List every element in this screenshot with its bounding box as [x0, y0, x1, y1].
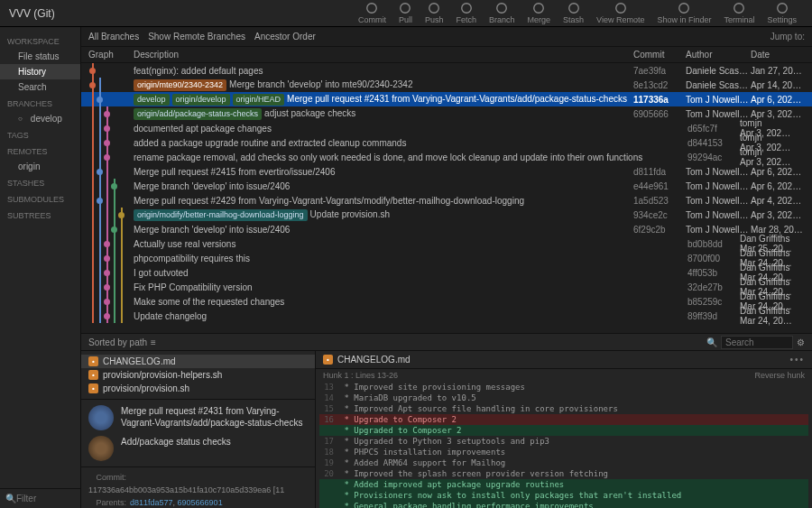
search-input[interactable] — [721, 336, 793, 349]
commit-sha: 7ae39fa — [633, 66, 686, 76]
branch-tag[interactable]: origin/HEAD — [233, 94, 285, 106]
commit-row[interactable]: Make some of the requested changesb85259… — [81, 294, 812, 309]
commit-description: rename package removal, add checks so on… — [134, 152, 687, 162]
pull-button[interactable]: Pull — [399, 2, 412, 24]
commit-row[interactable]: Merge branch 'develop' into issue/2406e4… — [81, 179, 812, 193]
col-description[interactable]: Description — [134, 50, 633, 60]
commit-author: Tom J Nowell <... — [686, 109, 751, 119]
commit-row[interactable]: origin/mte90/2340-2342Merge branch 'deve… — [81, 78, 812, 92]
diff-line[interactable]: 16 * Upgrade to Composer 2 — [319, 414, 808, 425]
diff-line[interactable]: 19 * Added ARM64 support for Mailhog — [319, 457, 808, 468]
commit-row[interactable]: feat(nginx): added default pages7ae39faD… — [81, 63, 812, 78]
commit-list[interactable]: feat(nginx): added default pages7ae39faD… — [81, 63, 812, 333]
commit-row[interactable]: developorigin/developorigin/HEADMerge pu… — [81, 92, 812, 106]
branch-tag[interactable]: origin/modify/better-mailhog-download-lo… — [134, 209, 308, 221]
sidebar-item-history[interactable]: History — [0, 64, 80, 79]
commit-row[interactable]: I got outvoted4ff053bDan Griffiths Mar 2… — [81, 265, 812, 280]
svg-point-9 — [734, 4, 744, 14]
avatar — [88, 405, 114, 430]
branch-tag[interactable]: develop — [134, 94, 170, 106]
commit-description: phpcompatibility requires this — [134, 254, 687, 263]
col-date[interactable]: Date — [751, 50, 805, 60]
diff-line[interactable]: * General package handling performance i… — [319, 501, 808, 508]
jump-to-label[interactable]: Jump to: — [770, 32, 805, 42]
reverse-hunk-button[interactable]: Reverse hunk — [754, 371, 805, 380]
branch-filter-bar: All Branches Show Remote Branches Ancest… — [81, 27, 812, 47]
file-item[interactable]: •provision/provision-helpers.sh — [81, 368, 315, 382]
commit-row[interactable]: Update changelog89ff39dDan Griffiths Mar… — [81, 309, 812, 323]
sidebar-item-search[interactable]: Search — [0, 79, 80, 95]
sidebar-item-file-status[interactable]: File status — [0, 49, 80, 64]
stashes-header[interactable]: STASHES — [0, 174, 80, 190]
branch-button[interactable]: Branch — [489, 2, 515, 24]
toolbar: VVV (Git) CommitPullPushFetchBranchMerge… — [0, 0, 812, 27]
diff-body[interactable]: 13 * Improved site provisioning messages… — [316, 382, 812, 508]
commit-description: Actually use real versions — [134, 239, 687, 249]
commit-row[interactable]: origin/modify/better-mailhog-download-lo… — [81, 208, 812, 222]
ancestor-order-dropdown[interactable]: Ancestor Order — [254, 32, 316, 42]
tags-header[interactable]: TAGS — [0, 126, 80, 143]
commit-description: origin/add/package-status-checksadjust p… — [134, 108, 633, 120]
commit-sha: 117336a64bb003a953a15b41fa10c710a5d339ea… — [88, 485, 284, 494]
settings-button[interactable]: Settings — [767, 2, 797, 24]
commit-row[interactable]: Merge pull request #2415 from evertiro/i… — [81, 164, 812, 179]
filter-input[interactable] — [16, 494, 75, 503]
commit-sha: 6905666 — [633, 109, 686, 119]
sort-label[interactable]: Sorted by path — [88, 337, 147, 347]
subtrees-header[interactable]: SUBTREES — [0, 207, 80, 223]
show-remote-toggle[interactable]: Show Remote Branches — [148, 32, 245, 42]
diff-line[interactable]: 20 * Improved the splash screen provider… — [319, 468, 808, 479]
commit-row[interactable]: added a package upgrade routine and extr… — [81, 135, 812, 150]
diff-line[interactable]: * Upgraded to Composer 2 — [319, 425, 808, 436]
col-commit[interactable]: Commit — [633, 50, 686, 60]
filter-bar: 🔍 — [0, 488, 80, 508]
svg-point-4 — [497, 4, 507, 14]
show-finder-button[interactable]: Show in Finder — [657, 2, 711, 24]
commit-row[interactable]: phpcompatibility requires this8700f00Dan… — [81, 251, 812, 265]
diff-options-icon[interactable]: ••• — [789, 355, 805, 365]
diff-line[interactable]: 17 * Upgraded to Python 3 setuptools and… — [319, 436, 808, 447]
diff-line[interactable]: 13 * Improved site provisioning messages — [319, 382, 808, 393]
commit-sha: 117336a — [633, 95, 686, 105]
branch-tag[interactable]: origin/mte90/2340-2342 — [134, 79, 226, 91]
commit-button[interactable]: Commit — [358, 2, 386, 24]
file-item[interactable]: •provision/provision.sh — [81, 382, 315, 395]
commit-row[interactable]: Merge pull request #2429 from Varying-Va… — [81, 193, 812, 208]
commit-date: Apr 3, 2021 at ... — [751, 109, 805, 119]
submodules-header[interactable]: SUBMODULES — [0, 190, 80, 207]
file-modified-icon: • — [88, 383, 98, 393]
col-author[interactable]: Author — [686, 50, 751, 60]
diff-line[interactable]: 15 * Improved Apt source file handling i… — [319, 403, 808, 414]
svg-point-6 — [568, 4, 578, 14]
col-graph[interactable]: Graph — [88, 50, 134, 60]
settings-icon[interactable]: ⚙ — [797, 337, 805, 347]
commit-row[interactable]: Fix PHP Compatibility version32de27bDan … — [81, 280, 812, 294]
sidebar-remote-origin[interactable]: origin — [0, 159, 80, 174]
branch-tag[interactable]: origin/develop — [172, 94, 230, 106]
all-branches-dropdown[interactable]: All Branches — [88, 32, 139, 42]
file-item[interactable]: •CHANGELOG.md — [81, 355, 315, 368]
push-button[interactable]: Push — [425, 2, 444, 24]
view-remote-button[interactable]: View Remote — [596, 2, 644, 24]
diff-line[interactable]: * Provisioners now ask to install only p… — [319, 490, 808, 501]
diff-line[interactable]: 18 * PHPCS installation improvements — [319, 447, 808, 457]
branch-tag[interactable]: origin/add/package-status-checks — [134, 108, 262, 120]
sort-menu-icon[interactable]: ≡ — [151, 337, 156, 347]
diff-line[interactable]: 14 * MariaDB upgraded to v10.5 — [319, 393, 808, 403]
commit-row[interactable]: Actually use real versionsbd0b8ddDan Gri… — [81, 236, 812, 251]
branches-header[interactable]: BRANCHES — [0, 95, 80, 111]
parent-link[interactable]: d811fda577 — [130, 498, 173, 507]
fetch-button[interactable]: Fetch — [456, 2, 476, 24]
commit-row[interactable]: documented apt package changesd65fc7ftom… — [81, 121, 812, 135]
merge-button[interactable]: Merge — [528, 2, 551, 24]
stash-button[interactable]: Stash — [563, 2, 584, 24]
commit-row[interactable]: rename package removal, add checks so on… — [81, 150, 812, 164]
file-list[interactable]: •CHANGELOG.md•provision/provision-helper… — [81, 351, 315, 399]
parent-link[interactable]: 6905666901 — [178, 498, 223, 507]
commit-row[interactable]: origin/add/package-status-checksadjust p… — [81, 106, 812, 121]
sidebar-branch-develop[interactable]: develop — [0, 111, 80, 126]
remotes-header[interactable]: REMOTES — [0, 143, 80, 159]
commit-row[interactable]: Merge branch 'develop' into issue/24066f… — [81, 222, 812, 236]
terminal-button[interactable]: Terminal — [724, 2, 754, 24]
diff-line[interactable]: * Added improved apt package upgrade rou… — [319, 479, 808, 490]
